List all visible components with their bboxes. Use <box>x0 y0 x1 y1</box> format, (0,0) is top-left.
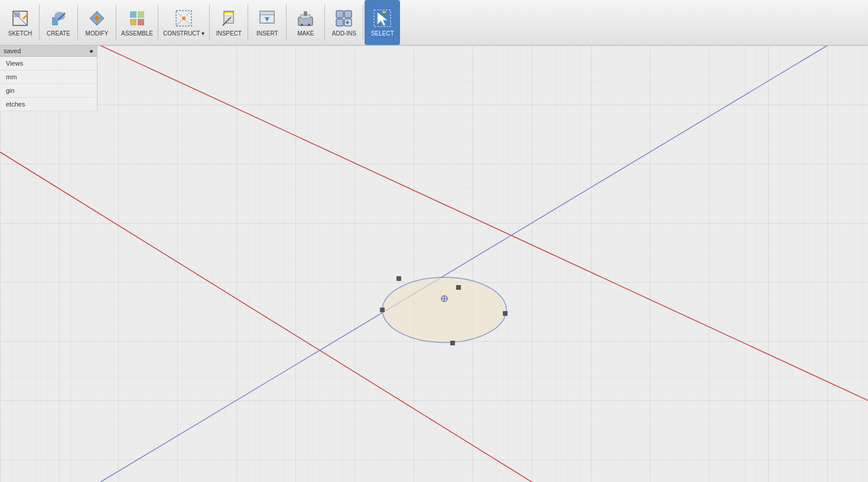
svg-point-30 <box>301 24 303 26</box>
modify-icons <box>87 9 106 28</box>
construct-label: CONSTRUCT ▾ <box>163 30 204 37</box>
canvas[interactable] <box>0 46 868 482</box>
svg-point-39 <box>348 22 349 22</box>
svg-rect-12 <box>138 11 144 18</box>
control-point-bottom[interactable] <box>450 341 455 345</box>
sketch-icon <box>11 9 30 28</box>
construct-icons <box>174 9 193 28</box>
inspect-label: INSPECT <box>216 30 242 37</box>
assemble-label: ASSEMBLE <box>121 30 153 37</box>
toolbar-group-insert[interactable]: INSERT <box>249 0 285 45</box>
control-point-top-left[interactable] <box>396 276 401 281</box>
sketch-label: SKETCH <box>8 30 32 37</box>
toolbar-group-make[interactable]: MAKE <box>288 0 323 45</box>
add-ins-icons <box>334 9 353 28</box>
svg-rect-26 <box>260 11 274 15</box>
canvas-grid <box>0 46 868 482</box>
left-panel: saved ● Views mm gin etches <box>0 46 97 111</box>
modify-icon <box>87 9 106 28</box>
svg-rect-35 <box>336 19 343 26</box>
svg-rect-13 <box>130 19 136 25</box>
inspect-icons <box>219 9 238 28</box>
svg-marker-41 <box>378 12 387 25</box>
sketch-icons <box>11 9 30 28</box>
make-icons <box>296 9 315 28</box>
svg-rect-33 <box>336 11 343 18</box>
toolbar-group-construct[interactable]: CONSTRUCT ▾ <box>160 0 208 45</box>
add-ins-icon <box>334 9 353 28</box>
make-label: MAKE <box>297 30 314 37</box>
svg-rect-11 <box>130 11 136 18</box>
make-icon <box>296 9 315 28</box>
toolbar-group-create[interactable]: CREATE <box>41 0 76 45</box>
toolbar: SKETCH CREATE MODIFY <box>0 0 868 46</box>
panel-header[interactable]: saved ● <box>0 46 97 57</box>
toolbar-group-inspect[interactable]: INSPECT <box>211 0 246 45</box>
sketch-ellipse[interactable] <box>382 277 506 342</box>
svg-rect-42 <box>382 11 386 13</box>
control-point-left[interactable] <box>380 308 385 312</box>
inspect-icon <box>219 9 238 28</box>
toolbar-group-select[interactable]: SELECT <box>365 0 400 45</box>
insert-icons <box>258 9 277 28</box>
toolbar-group-assemble[interactable]: ASSEMBLE <box>118 0 157 45</box>
panel-title: saved <box>4 47 21 54</box>
toolbar-group-add-ins[interactable]: ADD-INS <box>326 0 362 45</box>
select-label: SELECT <box>371 30 394 37</box>
create-label: CREATE <box>47 30 70 37</box>
svg-rect-34 <box>344 11 352 18</box>
select-icon <box>373 9 392 28</box>
svg-rect-45 <box>0 46 868 482</box>
panel-item-mm[interactable]: mm <box>0 70 97 84</box>
insert-label: INSERT <box>256 30 278 37</box>
control-point-right[interactable] <box>503 311 508 316</box>
assemble-icons <box>128 9 147 28</box>
panel-item-views[interactable]: Views <box>0 57 97 70</box>
toolbar-group-sketch[interactable]: SKETCH <box>2 0 38 45</box>
insert-icon <box>258 9 277 28</box>
svg-point-18 <box>182 17 186 20</box>
add-ins-label: ADD-INS <box>332 30 356 37</box>
panel-item-gin[interactable]: gin <box>0 84 97 98</box>
svg-rect-14 <box>138 19 144 25</box>
modify-label: MODIFY <box>86 30 109 37</box>
svg-rect-2 <box>14 12 20 17</box>
panel-collapse-icon[interactable]: ● <box>89 47 93 54</box>
svg-rect-32 <box>304 11 307 16</box>
panel-item-sketches[interactable]: etches <box>0 98 97 111</box>
control-point-top-right[interactable] <box>456 285 461 290</box>
create-icon <box>49 9 68 28</box>
construct-icon <box>174 9 193 28</box>
assemble-icon <box>128 9 147 28</box>
create-icons <box>49 9 68 28</box>
svg-point-31 <box>308 24 310 26</box>
select-icons <box>373 9 392 28</box>
toolbar-group-modify[interactable]: MODIFY <box>79 0 115 45</box>
